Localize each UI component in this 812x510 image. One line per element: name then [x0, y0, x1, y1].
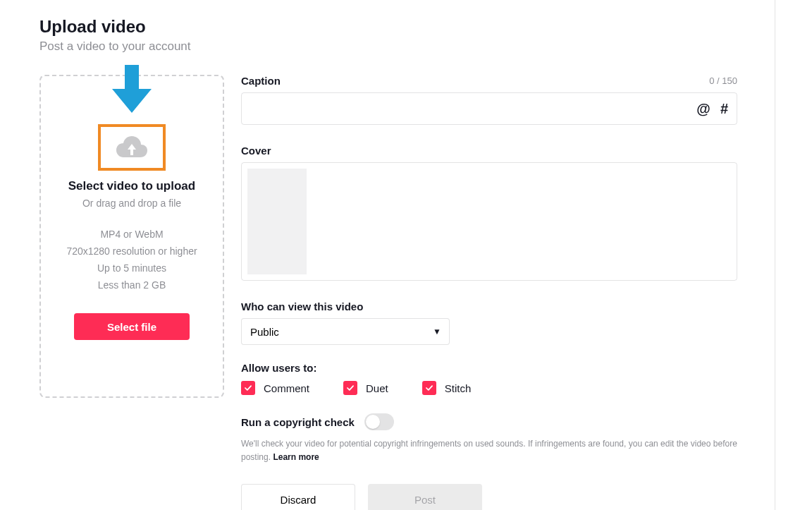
highlight-box	[98, 124, 166, 171]
hashtag-icon[interactable]: #	[720, 101, 728, 117]
cover-label: Cover	[241, 145, 737, 157]
post-button[interactable]: Post	[368, 484, 482, 510]
toggle-knob	[366, 415, 380, 429]
check-icon	[424, 383, 434, 393]
copyright-label: Run a copyright check	[241, 416, 355, 428]
check-icon	[345, 383, 355, 393]
discard-button[interactable]: Discard	[241, 484, 355, 510]
upload-dropzone[interactable]: Select video to upload Or drag and drop …	[39, 75, 224, 398]
stitch-label: Stitch	[445, 382, 472, 394]
caption-label: Caption	[241, 75, 281, 87]
duet-label: Duet	[366, 382, 388, 394]
caption-input[interactable]	[250, 93, 696, 124]
mention-icon[interactable]: @	[696, 101, 710, 117]
page-title: Upload video	[39, 17, 773, 37]
copyright-toggle[interactable]	[364, 413, 394, 430]
learn-more-link[interactable]: Learn more	[273, 452, 319, 462]
caption-field-container: @ #	[241, 92, 737, 125]
upload-drag-text: Or drag and drop a file	[82, 198, 181, 209]
cover-thumbnail	[247, 169, 307, 274]
visibility-select[interactable]: Public	[241, 318, 450, 345]
select-file-button[interactable]: Select file	[74, 313, 190, 340]
upload-spec: 720x1280 resolution or higher	[66, 245, 197, 257]
comment-checkbox[interactable]	[241, 381, 255, 395]
upload-spec: Less than 2 GB	[98, 279, 166, 291]
duet-checkbox[interactable]	[343, 381, 357, 395]
comment-label: Comment	[264, 382, 309, 394]
stitch-checkbox[interactable]	[422, 381, 436, 395]
cloud-upload-icon	[116, 135, 147, 159]
caption-counter: 0 / 150	[709, 75, 737, 86]
copyright-description: We'll check your video for potential cop…	[241, 437, 737, 464]
upload-title: Select video to upload	[68, 179, 195, 193]
page-subtitle: Post a video to your account	[39, 40, 773, 54]
arrow-annotation-icon	[109, 65, 154, 119]
visibility-label: Who can view this video	[241, 300, 737, 312]
upload-spec: Up to 5 minutes	[97, 262, 166, 274]
permissions-label: Allow users to:	[241, 362, 737, 374]
check-icon	[243, 383, 253, 393]
cover-selector[interactable]	[241, 162, 737, 281]
upload-spec: MP4 or WebM	[100, 229, 163, 240]
